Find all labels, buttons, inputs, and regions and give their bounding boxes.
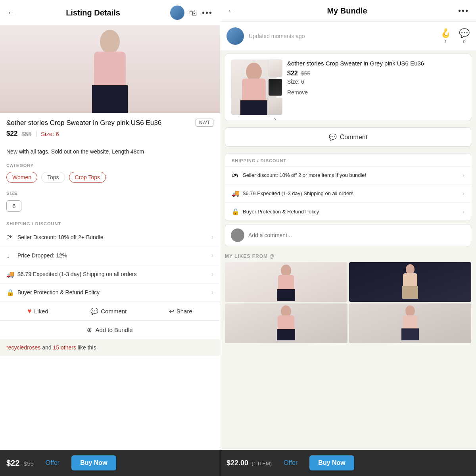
right-bottom-bar: $22.00 (1 ITEM) Offer Buy Now bbox=[220, 450, 476, 476]
product-description: New with all tags. Sold out on the websi… bbox=[0, 145, 220, 159]
right-back-button[interactable]: ← bbox=[227, 6, 236, 16]
bundle-size: Size: 6 bbox=[287, 79, 465, 85]
right-items-count: (1 ITEM) bbox=[252, 461, 272, 466]
shipping-truck-icon: 🚚 bbox=[6, 271, 17, 278]
updated-text: Updated moments ago bbox=[249, 33, 305, 39]
likes-item-3[interactable] bbox=[225, 303, 347, 343]
likes-suffix: like this bbox=[78, 344, 96, 351]
model-silhouette bbox=[74, 30, 146, 113]
likes-user-link[interactable]: recycledroses bbox=[6, 344, 40, 351]
right-panel: ← My Bundle ••• Updated moments ago 🪝 1 … bbox=[220, 0, 476, 476]
bundle-actions: 🪝 1 💬 0 bbox=[440, 28, 470, 44]
discount-icon: 🛍 bbox=[6, 234, 17, 241]
right-discount-text: Seller discount: 10% off 2 or more items… bbox=[243, 172, 463, 179]
remove-button[interactable]: Remove bbox=[287, 89, 308, 96]
price-row: $22 $55 | Size: 6 bbox=[6, 130, 213, 138]
tag-tops[interactable]: Tops bbox=[41, 172, 65, 183]
shipping-item-price-drop[interactable]: ↓ Price Dropped: 12% › bbox=[0, 246, 220, 265]
shipping-item-discount[interactable]: 🛍 Seller Discount: 10% off 2+ Bundle › bbox=[0, 228, 220, 246]
right-bottom-price: $22.00 bbox=[226, 459, 248, 467]
discount-text: Seller Discount: 10% off 2+ Bundle bbox=[17, 234, 211, 240]
right-buy-now-button[interactable]: Buy Now bbox=[309, 455, 354, 470]
comment-btn-row: 💬 Comment bbox=[220, 124, 476, 150]
comment-button[interactable]: 💬 Comment bbox=[90, 307, 127, 315]
shipping-label: SHIPPING / DISCOUNT bbox=[0, 217, 220, 228]
bundle-thumbnails: ˅ bbox=[268, 60, 282, 126]
share-label: Share bbox=[177, 308, 192, 315]
lock-icon: 🔒 bbox=[6, 289, 17, 296]
buyer-protection-text: Buyer Protection & Refund Policy bbox=[17, 289, 211, 296]
right-buyer-protection-item[interactable]: 🔒 Buyer Protection & Refund Policy › bbox=[225, 203, 471, 221]
bundle-price: $22 bbox=[287, 70, 298, 77]
page-title: Listing Details bbox=[66, 8, 120, 17]
chat-icon: 💬 bbox=[459, 28, 470, 38]
comment-icon: 💬 bbox=[90, 307, 98, 315]
left-header: ← Listing Details 🛍 ••• bbox=[0, 0, 220, 26]
thumb-2 bbox=[268, 79, 282, 96]
comment-icon-right: 💬 bbox=[329, 133, 337, 141]
category-tags: Women Tops Crop Tops bbox=[0, 170, 220, 187]
liked-label: Liked bbox=[34, 308, 48, 315]
avatar[interactable] bbox=[170, 6, 184, 20]
share-button[interactable]: ↩ Share bbox=[169, 307, 192, 315]
chevron-icon: › bbox=[211, 234, 213, 241]
size-value[interactable]: 6 bbox=[6, 200, 21, 212]
likes-item-4[interactable] bbox=[349, 303, 472, 343]
share-icon: ↩ bbox=[169, 307, 174, 315]
bundle-icon: ⊕ bbox=[87, 326, 92, 334]
liked-button[interactable]: ♥ Liked bbox=[27, 307, 48, 315]
likes-grid bbox=[225, 262, 471, 343]
header-icons: 🛍 ••• bbox=[170, 6, 213, 20]
size-label: Size: 6 bbox=[41, 131, 59, 137]
cart-icon[interactable]: 🛍 bbox=[189, 8, 197, 17]
right-chevron-1: › bbox=[463, 172, 464, 179]
user-avatar[interactable] bbox=[226, 27, 244, 45]
likes-item-2[interactable] bbox=[349, 262, 472, 302]
expedited-text: $6.79 Expedited (1-3 day) Shipping on al… bbox=[17, 271, 211, 277]
right-header: ← My Bundle ••• bbox=[220, 0, 476, 22]
scroll-down-icon[interactable]: ˅ bbox=[268, 117, 282, 126]
bundle-product-card: ˅ &other stories Crop Sweater in Grey pi… bbox=[225, 54, 471, 121]
likes-section: recycledroses and 15 others like this bbox=[0, 339, 220, 356]
chat-action[interactable]: 💬 0 bbox=[459, 28, 470, 44]
original-price: $55 bbox=[21, 131, 31, 137]
offer-button[interactable]: Offer bbox=[38, 455, 67, 470]
heart-icon: ♥ bbox=[27, 307, 32, 315]
bundle-product-info: &other stories Crop Sweater in Grey pink… bbox=[287, 60, 465, 115]
add-bundle-label: Add to Bundle bbox=[95, 326, 132, 333]
thumb-3 bbox=[268, 98, 282, 115]
add-to-bundle-button[interactable]: ⊕ Add to Bundle bbox=[0, 321, 220, 339]
back-button[interactable]: ← bbox=[7, 8, 16, 18]
buy-now-button[interactable]: Buy Now bbox=[71, 455, 116, 470]
more-options-button[interactable]: ••• bbox=[202, 8, 213, 17]
my-likes-section: MY LIKES FROM @ bbox=[220, 250, 476, 345]
right-page-title: My Bundle bbox=[327, 6, 367, 15]
right-discount-item[interactable]: 🛍 Seller discount: 10% off 2 or more ite… bbox=[225, 167, 471, 184]
comment-button-right[interactable]: 💬 Comment bbox=[225, 127, 471, 147]
hanger-action[interactable]: 🪝 1 bbox=[440, 28, 451, 44]
hanger-icon: 🪝 bbox=[440, 28, 451, 38]
shipping-item-buyer-protection[interactable]: 🔒 Buyer Protection & Refund Policy › bbox=[0, 284, 220, 302]
tag-women[interactable]: Women bbox=[6, 172, 37, 183]
comment-label: Comment bbox=[101, 308, 127, 315]
tag-crop-tops[interactable]: Crop Tops bbox=[69, 172, 106, 183]
product-image bbox=[0, 26, 220, 113]
comment-input[interactable] bbox=[248, 232, 465, 238]
right-offer-button[interactable]: Offer bbox=[276, 455, 305, 470]
right-shipping-label: SHIPPING / DISCOUNT bbox=[225, 154, 471, 167]
category-label: CATEGORY bbox=[0, 159, 220, 170]
current-price: $22 bbox=[6, 130, 17, 138]
commenter-avatar bbox=[231, 228, 244, 242]
right-expedited-item[interactable]: 🚚 $6.79 Expedited (1-3 day) Shipping on … bbox=[225, 184, 471, 203]
likes-item-1[interactable] bbox=[225, 262, 347, 302]
shipping-item-expedited[interactable]: 🚚 $6.79 Expedited (1-3 day) Shipping on … bbox=[0, 265, 220, 284]
right-chevron-3: › bbox=[463, 208, 464, 215]
shipping-section: SHIPPING / DISCOUNT 🛍 Seller Discount: 1… bbox=[0, 217, 220, 302]
bundle-product-title: &other stories Crop Sweater in Grey pink… bbox=[287, 60, 465, 67]
likes-others-link[interactable]: 15 others bbox=[53, 344, 76, 351]
right-more-options[interactable]: ••• bbox=[458, 6, 469, 15]
chat-count: 0 bbox=[463, 39, 465, 44]
likes-text: recycledroses and 15 others like this bbox=[6, 344, 96, 351]
chevron-icon-3: › bbox=[211, 271, 213, 278]
price-drop-icon: ↓ bbox=[6, 251, 17, 260]
